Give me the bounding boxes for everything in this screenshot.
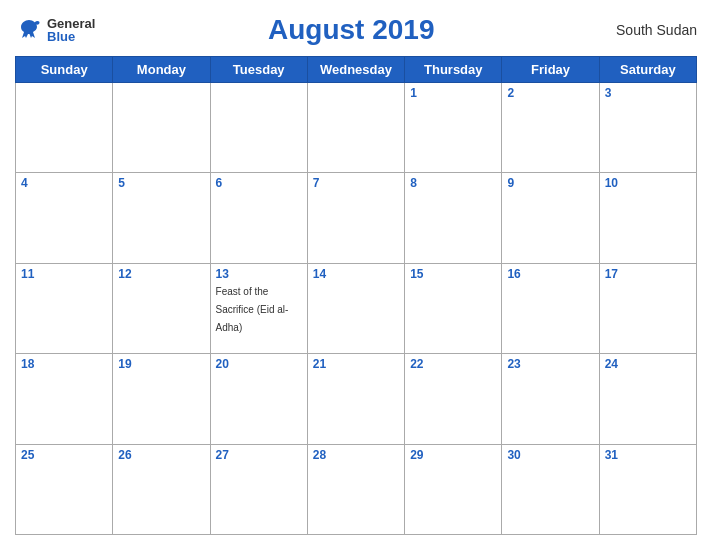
day-number: 28 (313, 448, 399, 462)
day-number: 6 (216, 176, 302, 190)
day-number: 2 (507, 86, 593, 100)
logo-blue-text: Blue (47, 30, 95, 43)
day-number: 13 (216, 267, 302, 281)
calendar-cell: 7 (307, 173, 404, 263)
calendar-cell (113, 83, 210, 173)
calendar-cell: 31 (599, 444, 696, 534)
logo: General Blue (15, 16, 95, 44)
weekday-header-tuesday: Tuesday (210, 57, 307, 83)
calendar-cell: 4 (16, 173, 113, 263)
calendar-week-row: 45678910 (16, 173, 697, 263)
day-number: 24 (605, 357, 691, 371)
day-number: 12 (118, 267, 204, 281)
day-number: 17 (605, 267, 691, 281)
calendar-cell: 13Feast of the Sacrifice (Eid al-Adha) (210, 263, 307, 353)
calendar-cell: 11 (16, 263, 113, 353)
calendar-cell: 12 (113, 263, 210, 353)
logo-bird-icon (15, 16, 43, 44)
calendar-cell: 6 (210, 173, 307, 263)
day-number: 27 (216, 448, 302, 462)
calendar-cell: 24 (599, 354, 696, 444)
weekday-header-saturday: Saturday (599, 57, 696, 83)
day-number: 19 (118, 357, 204, 371)
day-number: 5 (118, 176, 204, 190)
calendar-cell: 15 (405, 263, 502, 353)
calendar-cell: 5 (113, 173, 210, 263)
weekday-header-friday: Friday (502, 57, 599, 83)
day-number: 20 (216, 357, 302, 371)
calendar-cell: 17 (599, 263, 696, 353)
day-number: 23 (507, 357, 593, 371)
calendar-week-row: 18192021222324 (16, 354, 697, 444)
day-number: 7 (313, 176, 399, 190)
day-number: 21 (313, 357, 399, 371)
day-number: 31 (605, 448, 691, 462)
calendar-cell (16, 83, 113, 173)
calendar-cell: 25 (16, 444, 113, 534)
day-number: 25 (21, 448, 107, 462)
day-number: 29 (410, 448, 496, 462)
day-number: 15 (410, 267, 496, 281)
day-number: 8 (410, 176, 496, 190)
calendar-cell: 16 (502, 263, 599, 353)
calendar-cell: 10 (599, 173, 696, 263)
weekday-header-monday: Monday (113, 57, 210, 83)
calendar-cell: 1 (405, 83, 502, 173)
day-number: 3 (605, 86, 691, 100)
day-number: 1 (410, 86, 496, 100)
calendar-cell: 19 (113, 354, 210, 444)
calendar-cell (210, 83, 307, 173)
calendar-header: General Blue August 2019 South Sudan (15, 10, 697, 50)
day-number: 16 (507, 267, 593, 281)
calendar-week-row: 25262728293031 (16, 444, 697, 534)
country-label: South Sudan (607, 22, 697, 38)
day-number: 4 (21, 176, 107, 190)
weekday-header-row: SundayMondayTuesdayWednesdayThursdayFrid… (16, 57, 697, 83)
calendar-table: SundayMondayTuesdayWednesdayThursdayFrid… (15, 56, 697, 535)
day-number: 26 (118, 448, 204, 462)
calendar-cell: 14 (307, 263, 404, 353)
event-text: Feast of the Sacrifice (Eid al-Adha) (216, 286, 289, 333)
calendar-title: August 2019 (95, 14, 607, 46)
calendar-cell: 8 (405, 173, 502, 263)
weekday-header-wednesday: Wednesday (307, 57, 404, 83)
calendar-cell: 18 (16, 354, 113, 444)
calendar-cell: 2 (502, 83, 599, 173)
calendar-cell: 20 (210, 354, 307, 444)
calendar-cell: 29 (405, 444, 502, 534)
calendar-cell: 30 (502, 444, 599, 534)
calendar-cell: 3 (599, 83, 696, 173)
calendar-week-row: 111213Feast of the Sacrifice (Eid al-Adh… (16, 263, 697, 353)
calendar-cell: 27 (210, 444, 307, 534)
calendar-cell: 22 (405, 354, 502, 444)
day-number: 9 (507, 176, 593, 190)
calendar-cell: 26 (113, 444, 210, 534)
day-number: 14 (313, 267, 399, 281)
weekday-header-thursday: Thursday (405, 57, 502, 83)
weekday-header-sunday: Sunday (16, 57, 113, 83)
day-number: 30 (507, 448, 593, 462)
day-number: 22 (410, 357, 496, 371)
calendar-cell: 9 (502, 173, 599, 263)
calendar-week-row: 123 (16, 83, 697, 173)
day-number: 11 (21, 267, 107, 281)
calendar-cell: 21 (307, 354, 404, 444)
calendar-cell (307, 83, 404, 173)
day-number: 18 (21, 357, 107, 371)
calendar-cell: 23 (502, 354, 599, 444)
day-number: 10 (605, 176, 691, 190)
calendar-cell: 28 (307, 444, 404, 534)
